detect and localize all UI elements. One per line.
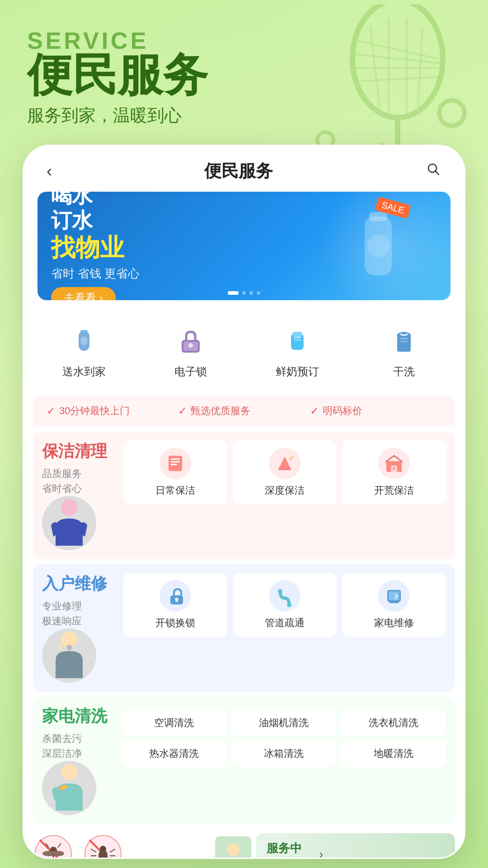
category-cleaning: 保洁清理 品质服务 省时省心 bbox=[33, 431, 455, 559]
service-subtitle: 服务到家，温暖到心 bbox=[27, 104, 461, 127]
cleaning-header: 保洁清理 品质服务 省时省心 bbox=[42, 440, 446, 550]
svg-rect-16 bbox=[369, 212, 387, 221]
quick-services: 送水到家 电子锁 鲜奶预订 bbox=[24, 309, 464, 392]
dot-3 bbox=[249, 291, 253, 295]
svg-point-70 bbox=[227, 844, 239, 856]
deep-clean-label: 深度保洁 bbox=[265, 484, 305, 497]
service-active-text: 服务中 bbox=[267, 840, 312, 856]
banner-person bbox=[315, 196, 441, 300]
svg-rect-28 bbox=[400, 338, 408, 339]
svg-rect-47 bbox=[389, 591, 399, 600]
repair-header: 入户维修 专业修理 极速响应 bbox=[42, 573, 446, 683]
service-active-banner[interactable]: 服务中 为你服务中 › bbox=[256, 833, 455, 859]
svg-point-44 bbox=[278, 589, 282, 594]
cleaning-person bbox=[42, 496, 96, 550]
service-pipe[interactable]: 管道疏通 bbox=[233, 573, 337, 637]
topbar-title: 便民服务 bbox=[204, 160, 273, 183]
appliance-ac[interactable]: 空调清洗 bbox=[122, 710, 227, 736]
deep-clean-icon bbox=[269, 448, 300, 479]
daily-clean-icon bbox=[160, 448, 191, 479]
svg-point-17 bbox=[367, 235, 389, 257]
category-appliance: 家电清洗 杀菌去污 深层洁净 空调清 bbox=[33, 696, 455, 824]
service-badges: ✓ 30分钟最快上门 ✓ 甄选优质服务 ✓ 明码标价 bbox=[33, 395, 455, 427]
dot-4 bbox=[257, 291, 260, 295]
banner-dots bbox=[228, 291, 260, 295]
service-thumbnail bbox=[215, 836, 251, 859]
appliance-repair-label: 家电维修 bbox=[374, 616, 414, 630]
quick-item-dryclean[interactable]: 干洗 bbox=[353, 314, 455, 388]
appliance-washer[interactable]: 洗衣机清洗 bbox=[341, 710, 446, 736]
banner-main-text: 喝水 订水 找物业 bbox=[51, 192, 140, 262]
svg-point-30 bbox=[61, 499, 77, 515]
svg-point-40 bbox=[66, 645, 72, 650]
appliance-hood[interactable]: 油烟机清洗 bbox=[231, 710, 337, 736]
svg-line-14 bbox=[435, 171, 439, 175]
quick-label-milk: 鲜奶预订 bbox=[276, 364, 319, 379]
pest-icon-1 bbox=[33, 833, 74, 859]
badge-1: ✓ 30分钟最快上门 bbox=[47, 404, 178, 418]
move-in-clean-icon bbox=[378, 448, 410, 479]
cleaning-info: 保洁清理 品质服务 省时省心 bbox=[42, 440, 114, 550]
svg-point-38 bbox=[393, 467, 395, 469]
quick-item-milk[interactable]: 鲜奶预订 bbox=[246, 314, 348, 388]
locksmith-icon bbox=[160, 580, 191, 612]
cleaning-desc: 品质服务 省时省心 bbox=[42, 466, 114, 496]
appliance-info: 家电清洗 杀菌去污 深层洁净 bbox=[42, 705, 114, 815]
service-move-in-clean[interactable]: 开荒保洁 bbox=[342, 440, 446, 505]
appliance-desc: 杀菌去污 深层洁净 bbox=[42, 731, 114, 761]
quick-icon-lock bbox=[173, 323, 209, 359]
service-locksmith[interactable]: 开锁换锁 bbox=[123, 573, 227, 637]
repair-services: 开锁换锁 管道疏通 bbox=[123, 573, 446, 637]
search-button[interactable] bbox=[425, 161, 441, 181]
badge-check-1: ✓ bbox=[47, 405, 56, 417]
cleaning-title: 保洁清理 bbox=[42, 440, 114, 462]
service-daily-clean[interactable]: 日常保洁 bbox=[123, 440, 227, 505]
svg-rect-19 bbox=[80, 330, 88, 334]
pest-control bbox=[33, 833, 211, 859]
svg-point-49 bbox=[61, 764, 77, 780]
banner-cta-button[interactable]: 去看看 › bbox=[51, 287, 116, 300]
quick-item-water[interactable]: 送水到家 bbox=[33, 314, 135, 388]
service-active-arrow: › bbox=[319, 847, 323, 859]
svg-rect-43 bbox=[176, 599, 178, 602]
appliance-repair-icon bbox=[378, 580, 410, 612]
cleaning-services: 日常保洁 深度保洁 bbox=[123, 440, 446, 505]
quick-icon-water bbox=[66, 323, 102, 359]
daily-clean-label: 日常保洁 bbox=[155, 484, 195, 497]
quick-label-lock: 电子锁 bbox=[174, 364, 207, 379]
page-header: SERVICE 便民服务 服务到家，温暖到心 bbox=[0, 0, 488, 141]
appliance-floor-heat[interactable]: 地暖清洗 bbox=[341, 741, 446, 767]
banner-sub: 省时 省钱 更省心 bbox=[51, 266, 140, 282]
quick-item-lock[interactable]: 电子锁 bbox=[140, 314, 242, 388]
service-en-title: SERVICE bbox=[27, 27, 461, 54]
pipe-label: 管道疏通 bbox=[265, 616, 305, 630]
appliance-heater[interactable]: 热水器清洗 bbox=[122, 741, 227, 767]
badge-2: ✓ 甄选优质服务 bbox=[178, 404, 310, 418]
badge-3: ✓ 明码标价 bbox=[310, 404, 441, 418]
banner[interactable]: 喝水 订水 找物业 省时 省钱 更省心 去看看 › SALE bbox=[38, 192, 450, 300]
svg-rect-33 bbox=[171, 461, 180, 462]
appliance-title: 家电清洗 bbox=[42, 705, 114, 727]
banner-text: 喝水 订水 找物业 省时 省钱 更省心 去看看 › bbox=[38, 192, 153, 300]
svg-point-20 bbox=[80, 336, 88, 345]
repair-desc: 专业修理 极速响应 bbox=[42, 599, 114, 628]
service-cn-title: 便民服务 bbox=[27, 50, 461, 99]
appliance-fridge[interactable]: 冰箱清洗 bbox=[231, 741, 337, 767]
repair-person bbox=[42, 628, 96, 683]
repair-title: 入户维修 bbox=[42, 573, 114, 595]
svg-point-45 bbox=[287, 603, 291, 607]
service-appliance-repair[interactable]: 家电维修 bbox=[342, 573, 446, 637]
svg-rect-27 bbox=[294, 339, 301, 341]
svg-rect-34 bbox=[171, 464, 177, 465]
svg-rect-31 bbox=[169, 456, 182, 471]
back-button[interactable]: ‹ bbox=[47, 162, 52, 181]
bottom-section: 服务中 为你服务中 › bbox=[24, 829, 464, 859]
svg-point-23 bbox=[188, 343, 193, 348]
quick-label-dryclean: 干洗 bbox=[393, 364, 415, 379]
category-repair: 入户维修 专业修理 极速响应 bbox=[33, 564, 455, 692]
quick-icon-dryclean bbox=[386, 323, 422, 359]
badge-check-2: ✓ bbox=[178, 405, 187, 417]
phone-mockup: ‹ 便民服务 喝水 订水 找物业 省时 省钱 更省心 去看看 › bbox=[23, 145, 465, 859]
service-deep-clean[interactable]: 深度保洁 bbox=[233, 440, 337, 505]
svg-point-35 bbox=[281, 461, 288, 468]
